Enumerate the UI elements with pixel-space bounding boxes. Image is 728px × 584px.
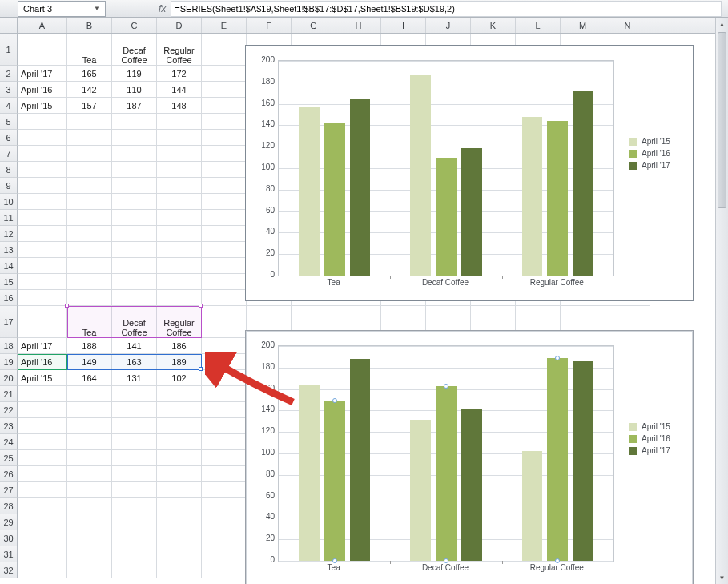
cell[interactable]: 188 — [67, 338, 112, 354]
chart-bar[interactable] — [324, 401, 345, 561]
cell[interactable] — [157, 434, 202, 450]
cell[interactable] — [67, 146, 112, 162]
column-header[interactable]: H — [336, 18, 381, 33]
cell[interactable] — [202, 562, 247, 578]
cell[interactable] — [112, 402, 157, 418]
row-header[interactable]: 30 — [0, 530, 18, 546]
scroll-thumb[interactable] — [718, 32, 726, 208]
cell[interactable] — [157, 402, 202, 418]
chart-bar[interactable] — [573, 91, 593, 276]
cell[interactable] — [18, 466, 67, 482]
cell[interactable] — [157, 290, 202, 306]
cell[interactable] — [67, 482, 112, 498]
cell[interactable]: 148 — [157, 98, 202, 114]
cell[interactable] — [67, 562, 112, 578]
row-header[interactable]: 20 — [0, 370, 18, 386]
cell[interactable]: 119 — [112, 66, 157, 82]
cell[interactable] — [112, 130, 157, 146]
cell[interactable]: 164 — [67, 370, 112, 386]
chart-bar[interactable] — [522, 451, 543, 561]
row-header[interactable]: 2 — [0, 66, 18, 82]
cell[interactable] — [67, 258, 112, 274]
scroll-down-icon[interactable]: ▼ — [716, 571, 728, 584]
cell[interactable] — [18, 482, 67, 498]
chevron-down-icon[interactable]: ▼ — [94, 5, 100, 12]
cell[interactable] — [112, 258, 157, 274]
cell[interactable] — [157, 114, 202, 130]
cell[interactable] — [112, 210, 157, 226]
cell[interactable] — [18, 402, 67, 418]
chart-bar[interactable] — [299, 385, 320, 561]
row-header[interactable]: 18 — [0, 338, 18, 354]
chart-bar[interactable] — [573, 361, 593, 561]
legend-item[interactable]: April '15 — [629, 137, 670, 146]
cell[interactable] — [202, 466, 247, 482]
datapoint-selection-handle[interactable] — [444, 384, 448, 389]
cell[interactable]: 149 — [67, 354, 112, 370]
row-header[interactable]: 29 — [0, 514, 18, 530]
cell[interactable] — [202, 114, 247, 130]
cell[interactable] — [18, 290, 67, 306]
cell[interactable] — [67, 402, 112, 418]
cell[interactable] — [157, 162, 202, 178]
formula-bar[interactable]: =SERIES(Sheet1!$A$19,Sheet1!$B$17:$D$17,… — [171, 1, 722, 17]
cell[interactable] — [202, 66, 247, 82]
chart-bar[interactable] — [436, 386, 457, 561]
cell[interactable] — [202, 306, 247, 338]
cell[interactable] — [202, 226, 247, 242]
cell[interactable] — [18, 130, 67, 146]
cell[interactable] — [157, 530, 202, 546]
cell[interactable] — [18, 210, 67, 226]
cell[interactable] — [67, 274, 112, 290]
cell[interactable]: Tea — [67, 34, 112, 66]
cell[interactable]: April '16 — [18, 82, 67, 98]
column-header[interactable]: M — [561, 18, 605, 33]
chart-bar[interactable] — [547, 358, 568, 561]
row-header[interactable]: 21 — [0, 386, 18, 402]
cell[interactable] — [18, 226, 67, 242]
cell[interactable] — [202, 194, 247, 210]
vertical-scrollbar[interactable]: ▲ ▼ — [715, 18, 728, 584]
select-all-corner[interactable] — [0, 18, 18, 33]
cell[interactable] — [18, 114, 67, 130]
cell[interactable]: 189 — [157, 354, 202, 370]
cell[interactable] — [112, 274, 157, 290]
cell[interactable] — [112, 498, 157, 514]
row-header[interactable]: 17 — [0, 306, 18, 338]
cell[interactable] — [67, 514, 112, 530]
cell[interactable]: 186 — [157, 338, 202, 354]
cell[interactable]: 187 — [112, 98, 157, 114]
row-header[interactable]: 15 — [0, 274, 18, 290]
legend-item[interactable]: April '17 — [629, 446, 670, 455]
cell[interactable]: 163 — [112, 354, 157, 370]
row-header[interactable]: 24 — [0, 434, 18, 450]
cell[interactable] — [202, 274, 247, 290]
cell[interactable] — [18, 530, 67, 546]
cell[interactable] — [112, 434, 157, 450]
row-header[interactable]: 11 — [0, 210, 18, 226]
column-header[interactable]: L — [516, 18, 561, 33]
cell[interactable] — [157, 258, 202, 274]
cell[interactable] — [18, 242, 67, 258]
cell[interactable] — [202, 482, 247, 498]
cell[interactable] — [157, 210, 202, 226]
cell[interactable] — [18, 546, 67, 562]
cell[interactable] — [18, 434, 67, 450]
cell[interactable] — [18, 562, 67, 578]
cell[interactable]: 102 — [157, 370, 202, 386]
row-header[interactable]: 32 — [0, 562, 18, 578]
selection-handle[interactable] — [199, 304, 203, 308]
row-header[interactable]: 1 — [0, 34, 18, 66]
chart-bar[interactable] — [522, 117, 543, 276]
chart-bar[interactable] — [410, 420, 431, 561]
cell[interactable] — [67, 242, 112, 258]
column-header[interactable]: D — [157, 18, 202, 33]
cell[interactable] — [112, 386, 157, 402]
chart-bar[interactable] — [410, 75, 431, 276]
cell[interactable] — [157, 418, 202, 434]
cell[interactable]: Decaf Coffee — [112, 34, 157, 66]
chart-bar[interactable] — [547, 121, 568, 276]
cell[interactable] — [202, 98, 247, 114]
cell[interactable] — [157, 514, 202, 530]
cell[interactable] — [112, 242, 157, 258]
